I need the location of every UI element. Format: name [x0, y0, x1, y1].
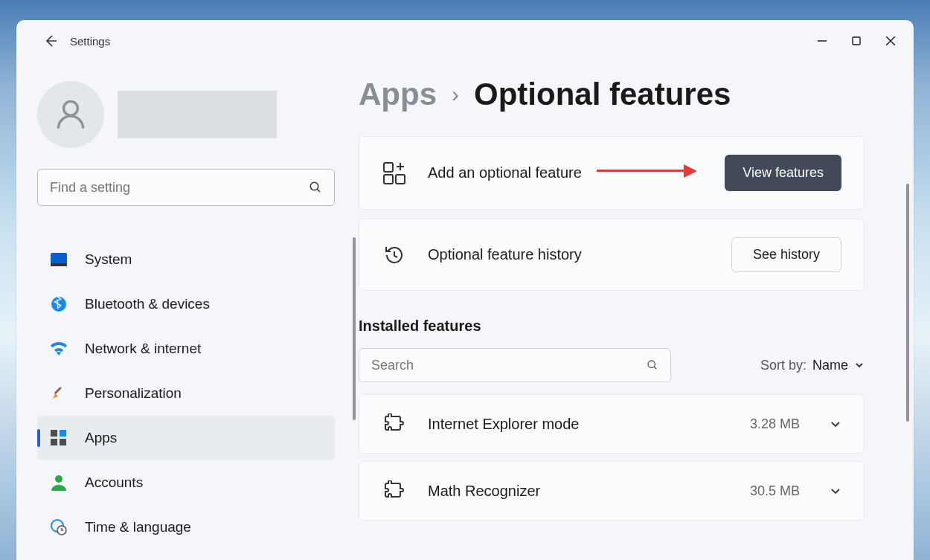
back-button[interactable]: [37, 28, 64, 54]
installed-filter-row: Sort by: Name: [359, 348, 865, 382]
chevron-down-icon: [830, 485, 841, 497]
search-icon: [309, 181, 322, 194]
minimize-icon: [818, 36, 827, 45]
view-features-button[interactable]: View features: [725, 155, 841, 191]
svg-rect-10: [54, 387, 62, 395]
svg-rect-13: [51, 439, 57, 445]
chevron-down-icon: [854, 360, 865, 370]
sidebar-item-time-language[interactable]: Time & language: [37, 505, 335, 550]
svg-rect-18: [384, 163, 393, 172]
svg-rect-12: [60, 430, 66, 437]
installed-search-input[interactable]: [371, 358, 647, 373]
sidebar-item-network[interactable]: Network & internet: [37, 326, 335, 371]
svg-line-24: [654, 367, 656, 369]
close-button[interactable]: [873, 24, 908, 58]
sidebar: System Bluetooth & devices Network & int…: [16, 62, 359, 560]
svg-line-6: [317, 189, 320, 192]
sidebar-item-personalization[interactable]: Personalization: [37, 371, 335, 416]
settings-window: Settings: [16, 20, 914, 560]
paintbrush-icon: [51, 385, 67, 402]
feature-row[interactable]: Math Recognizer 30.5 MB: [359, 461, 865, 521]
apps-icon: [51, 430, 67, 446]
sidebar-item-bluetooth[interactable]: Bluetooth & devices: [37, 282, 335, 326]
installed-search[interactable]: [359, 348, 671, 382]
minimize-button[interactable]: [805, 24, 839, 58]
back-arrow-icon: [43, 33, 58, 48]
feature-size: 30.5 MB: [750, 483, 800, 499]
sidebar-item-label: Network & internet: [85, 341, 201, 357]
avatar: [37, 81, 104, 148]
close-icon: [886, 36, 895, 45]
svg-point-23: [648, 361, 655, 367]
titlebar: Settings: [16, 20, 914, 62]
see-history-button[interactable]: See history: [731, 237, 841, 272]
window-controls: [805, 24, 908, 58]
sidebar-item-label: System: [85, 251, 132, 268]
sidebar-item-label: Personalization: [85, 385, 182, 402]
svg-point-5: [310, 182, 318, 190]
installed-features-heading: Installed features: [359, 318, 884, 335]
page-title: Optional features: [474, 77, 731, 112]
sort-label: Sort by:: [760, 358, 806, 373]
sidebar-item-apps[interactable]: Apps: [37, 416, 335, 460]
wifi-icon: [51, 341, 67, 357]
feature-name: Math Recognizer: [428, 483, 729, 500]
main-content: Apps › Optional features Add an optional…: [359, 62, 914, 560]
feature-history-card: Optional feature history See history: [359, 219, 865, 291]
chevron-down-icon: [830, 418, 841, 430]
breadcrumb-root[interactable]: Apps: [359, 77, 437, 112]
search-input[interactable]: [50, 180, 309, 196]
puzzle-icon: [382, 411, 407, 437]
sidebar-item-label: Accounts: [85, 474, 143, 491]
find-setting-search[interactable]: [37, 169, 335, 206]
app-title: Settings: [70, 35, 110, 48]
bluetooth-icon: [51, 296, 67, 312]
history-icon: [382, 242, 407, 268]
feature-name: Internet Explorer mode: [428, 416, 729, 433]
svg-point-15: [55, 475, 62, 483]
sidebar-item-label: Time & language: [85, 519, 191, 535]
user-profile[interactable]: [37, 81, 359, 148]
maximize-button[interactable]: [839, 24, 873, 58]
maximize-icon: [852, 36, 861, 45]
svg-rect-8: [51, 263, 67, 266]
svg-rect-14: [60, 439, 66, 445]
sidebar-item-label: Bluetooth & devices: [85, 296, 210, 312]
svg-rect-20: [396, 175, 405, 184]
clock-globe-icon: [51, 519, 67, 535]
sidebar-item-accounts[interactable]: Accounts: [37, 460, 335, 505]
svg-rect-11: [51, 430, 57, 437]
sidebar-item-system[interactable]: System: [37, 237, 335, 282]
chevron-right-icon: ›: [452, 82, 459, 107]
add-grid-icon: [382, 161, 407, 186]
monitor-icon: [51, 251, 67, 268]
add-feature-label: Add an optional feature: [428, 164, 704, 181]
puzzle-icon: [382, 478, 407, 503]
account-icon: [51, 474, 67, 491]
svg-rect-19: [384, 175, 393, 184]
breadcrumb: Apps › Optional features: [359, 77, 884, 112]
settings-nav: System Bluetooth & devices Network & int…: [37, 237, 359, 550]
sort-value: Name: [812, 358, 848, 373]
search-icon: [647, 359, 658, 371]
sort-by-dropdown[interactable]: Sort by: Name: [760, 358, 865, 373]
svg-rect-1: [853, 37, 860, 45]
feature-row[interactable]: Internet Explorer mode 3.28 MB: [359, 394, 865, 454]
history-label: Optional feature history: [428, 246, 711, 263]
add-feature-card: Add an optional feature View features: [359, 136, 865, 210]
feature-size: 3.28 MB: [750, 416, 800, 432]
svg-point-4: [64, 101, 78, 115]
svg-rect-7: [51, 253, 67, 264]
main-scrollbar[interactable]: [906, 184, 909, 422]
sidebar-scrollbar[interactable]: [353, 237, 356, 420]
person-icon: [52, 96, 89, 133]
sidebar-item-label: Apps: [85, 430, 117, 446]
user-name-redacted: [118, 91, 277, 138]
